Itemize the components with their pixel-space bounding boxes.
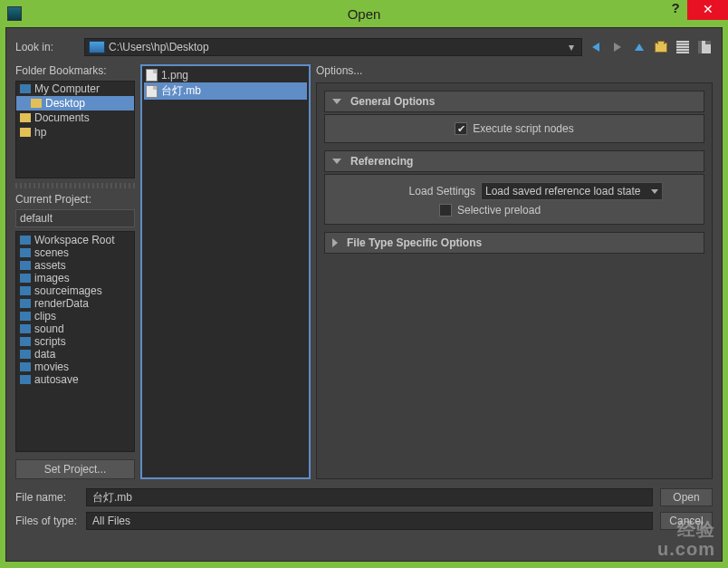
filename-input[interactable]: [86, 488, 653, 506]
workspace-item[interactable]: sound: [18, 323, 132, 335]
file-list[interactable]: 1.png台灯.mb: [140, 64, 311, 479]
grid-view-button[interactable]: [696, 39, 713, 55]
workspace-item[interactable]: assets: [18, 259, 132, 272]
workspace-label: scripts: [34, 335, 66, 348]
project-value: default: [20, 212, 53, 225]
file-item[interactable]: 1.png: [144, 68, 307, 82]
workspace-label: scenes: [34, 246, 69, 259]
workspace-item[interactable]: autosave: [18, 373, 132, 386]
nav-up-button[interactable]: [631, 39, 647, 55]
chevron-down-icon: [332, 159, 341, 164]
folder-icon: [20, 286, 31, 295]
file-name: 1.png: [161, 69, 188, 82]
project-dropdown[interactable]: default: [15, 209, 135, 227]
general-options-header[interactable]: General Options: [324, 91, 704, 112]
computer-icon: [20, 84, 31, 93]
nav-back-button[interactable]: [588, 39, 604, 55]
bookmark-label: Documents: [34, 111, 90, 124]
options-header: Options...: [316, 64, 713, 77]
workspace-item[interactable]: movies: [18, 361, 132, 373]
file-icon: [146, 85, 158, 98]
folder-icon: [20, 350, 31, 359]
path-combo[interactable]: ▾: [84, 38, 582, 56]
filetype-input[interactable]: [86, 512, 653, 530]
bookmarks-list: My ComputerDesktopDocumentshp: [15, 81, 135, 178]
folder-icon: [20, 324, 31, 333]
workspace-item[interactable]: scenes: [18, 246, 132, 259]
file-name: 台灯.mb: [161, 83, 201, 99]
new-folder-button[interactable]: [653, 39, 669, 55]
bookmark-item[interactable]: My Computer: [16, 82, 134, 96]
bookmark-label: hp: [34, 126, 46, 139]
folder-icon: [31, 99, 42, 108]
filetype-options-title: File Type Specific Options: [347, 236, 482, 249]
general-options-title: General Options: [350, 95, 435, 108]
bookmark-label: My Computer: [34, 82, 100, 95]
folder-icon: [20, 128, 31, 137]
workspace-item[interactable]: Workspace Root: [18, 234, 132, 246]
bookmarks-header: Folder Bookmarks:: [15, 64, 135, 77]
folder-icon: [20, 261, 31, 270]
open-button[interactable]: Open: [660, 488, 713, 506]
workspace-label: renderData: [34, 297, 89, 310]
bookmark-item[interactable]: hp: [16, 125, 134, 140]
selective-preload-checkbox[interactable]: [439, 204, 452, 217]
selective-preload-label: Selective preload: [457, 204, 541, 217]
load-settings-select[interactable]: Load saved reference load state: [481, 182, 663, 200]
folder-icon: [20, 248, 31, 257]
load-settings-label: Load Settings: [330, 185, 475, 197]
workspace-item[interactable]: scripts: [18, 335, 132, 348]
lookin-label: Look in:: [15, 41, 79, 53]
workspace-label: sound: [34, 323, 64, 335]
workspace-item[interactable]: images: [18, 272, 132, 284]
workspace-label: sourceimages: [34, 284, 102, 297]
folder-icon: [20, 236, 31, 245]
exec-script-checkbox[interactable]: ✔: [455, 122, 467, 135]
splitter[interactable]: [15, 183, 135, 188]
close-button[interactable]: ✕: [687, 0, 728, 20]
chevron-right-icon: [332, 238, 338, 247]
load-settings-value: Load saved reference load state: [485, 185, 640, 197]
workspace-item[interactable]: sourceimages: [18, 284, 132, 297]
folder-icon: [20, 362, 31, 371]
bookmark-label: Desktop: [45, 97, 85, 110]
workspace-label: data: [34, 348, 55, 361]
chevron-down-icon: [651, 189, 658, 194]
workspace-label: Workspace Root: [34, 234, 114, 246]
referencing-header[interactable]: Referencing: [324, 150, 704, 172]
workspace-item[interactable]: renderData: [18, 297, 132, 310]
path-dropdown-icon[interactable]: ▾: [565, 41, 578, 53]
filename-label: File name:: [15, 491, 79, 504]
workspace-item[interactable]: data: [18, 348, 132, 361]
workspace-list: Workspace Rootscenesassetsimagessourceim…: [15, 231, 135, 452]
file-icon: [146, 69, 158, 82]
list-view-button[interactable]: [675, 39, 691, 55]
window-title: Open: [0, 6, 728, 22]
file-item[interactable]: 台灯.mb: [144, 82, 307, 100]
folder-icon: [20, 312, 31, 321]
filetype-options-header[interactable]: File Type Specific Options: [324, 232, 704, 254]
workspace-label: autosave: [34, 373, 79, 386]
bookmark-item[interactable]: Desktop: [16, 96, 134, 111]
bookmark-item[interactable]: Documents: [16, 111, 134, 125]
set-project-button[interactable]: Set Project...: [15, 459, 135, 479]
project-header: Current Project:: [15, 193, 135, 206]
folder-icon: [20, 337, 31, 346]
folder-icon: [20, 113, 31, 122]
workspace-item[interactable]: clips: [18, 310, 132, 323]
workspace-label: assets: [34, 259, 66, 272]
drive-icon: [89, 41, 105, 53]
folder-icon: [20, 375, 31, 384]
chevron-down-icon: [332, 99, 341, 104]
filetype-label: Files of type:: [15, 515, 79, 527]
folder-icon: [20, 299, 31, 308]
cancel-button[interactable]: Cancel: [660, 512, 713, 530]
folder-icon: [20, 274, 31, 283]
exec-script-label: Execute script nodes: [473, 122, 573, 135]
path-input[interactable]: [109, 41, 565, 53]
nav-forward-button[interactable]: [609, 39, 626, 55]
referencing-title: Referencing: [350, 155, 413, 168]
workspace-label: movies: [34, 361, 69, 373]
help-button[interactable]: ?: [664, 0, 687, 20]
workspace-label: images: [34, 272, 70, 284]
